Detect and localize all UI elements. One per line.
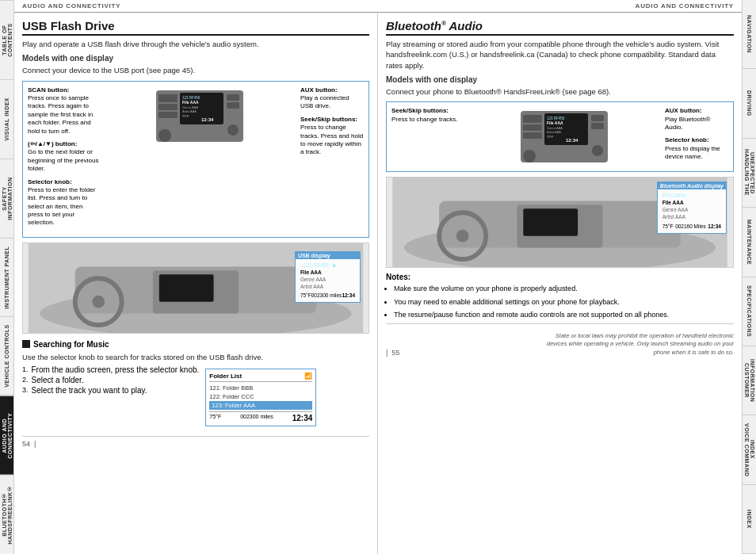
bt-seek-skip-label: Seek/Skip buttons: Press to change track… — [391, 107, 463, 124]
searching-body: Use the selector knob to search for trac… — [22, 352, 369, 362]
svg-text:12:34: 12:34 — [566, 138, 578, 143]
bt-diagram-labels-right: AUX button: Play Bluetooth® Audio. Selec… — [665, 107, 728, 166]
left-section-title: USB Flash Drive — [22, 19, 369, 36]
header-right-label: AUDIO AND CONNECTIVITY — [636, 2, 734, 10]
step-2: 2. Select a folder. — [22, 376, 199, 384]
right-footer: | 55 State or local laws may prohibit th… — [386, 323, 734, 357]
diagram-labels-left: SCAN button: Press once to sample tracks… — [28, 86, 99, 232]
bt-diagram-inner: Seek/Skip buttons: Press to change track… — [391, 107, 728, 166]
right-models-subtitle: Models with one display — [386, 75, 734, 84]
svg-text:File AAA: File AAA — [547, 120, 563, 125]
diagram-inner: SCAN button: Press once to sample tracks… — [28, 86, 364, 232]
svg-rect-34 — [591, 115, 604, 121]
usb-display-overlay: USB display □123 RF456 ▶ File AAA Genre … — [295, 251, 361, 303]
left-column: USB Flash Drive Play and operate a USB f… — [14, 13, 378, 554]
svg-rect-9 — [158, 104, 178, 110]
scan-button-label: SCAN button: Press once to sample tracks… — [28, 86, 99, 136]
folder-item-bbb: 121: Folder BBB — [209, 384, 312, 392]
svg-point-14 — [227, 124, 239, 136]
svg-point-21 — [92, 296, 105, 308]
bt-diagram-center: 123 RF456 File AAA Genre AAA Artist AAA … — [466, 107, 662, 166]
notes-header: Notes: — [386, 273, 734, 281]
svg-text:Artist AAA: Artist AAA — [182, 109, 197, 113]
searching-header: Searching for Music — [22, 340, 369, 349]
bt-aux-label: AUX button: Play Bluetooth® Audio. — [665, 107, 728, 132]
left-intro-text: Play and operate a USB flash drive throu… — [22, 39, 369, 49]
diagram-center-unit: 123 RF456 File AAA Genre AAA Artist AAA … — [102, 86, 297, 146]
section-bullet — [22, 340, 30, 348]
note-item-3: The resume/pause function and remote aud… — [394, 310, 734, 321]
sidebar-item-toc[interactable]: TABLE OF CONTENTS — [0, 0, 13, 79]
left-connect-text: Connect your device to the USB port (see… — [22, 65, 369, 75]
svg-point-43 — [456, 230, 469, 243]
aux-button-label: AUX button: Play a connected USB drive. — [300, 86, 364, 111]
right-tab-maintenance[interactable]: MAINTENANCE — [743, 208, 756, 277]
sidebar-item-instrument[interactable]: INSTRUMENT PANEL — [0, 238, 13, 317]
svg-rect-32 — [523, 132, 542, 139]
sidebar-item-visual-index[interactable]: VISUAL INDEX — [0, 79, 13, 159]
arrow-button-label: (⇦/▲/▼) button: Go to the next folder or… — [28, 140, 99, 174]
sidebar-item-vehicle[interactable]: VEHICLE CONTROLS — [0, 316, 13, 395]
header-left-label: AUDIO AND CONNECTIVITY — [22, 2, 120, 10]
svg-text:75°F: 75°F — [547, 135, 554, 139]
svg-rect-10 — [158, 112, 178, 118]
bt-display-title: Bluetooth Audio display — [658, 182, 726, 189]
svg-point-36 — [592, 145, 603, 156]
main-content: AUDIO AND CONNECTIVITY AUDIO AND CONNECT… — [14, 0, 742, 554]
bt-car-image-container: Bluetooth Audio display RF123456 File AA… — [386, 177, 734, 268]
notes-list: Make sure the volume on your phone is pr… — [394, 284, 734, 321]
right-tab-customer[interactable]: CUSTOMER INFORMATION — [743, 346, 756, 415]
right-tab-navigation[interactable]: NAVIGATION — [743, 0, 756, 69]
folder-footer: 75°F 002300 miles 12:34 — [209, 411, 312, 422]
left-sidebar: TABLE OF CONTENTS VISUAL INDEX SAFETY IN… — [0, 0, 14, 554]
usb-screen-content: □123 RF456 ▶ File AAA Genre AAA Artist A… — [300, 262, 355, 299]
sidebar-item-safety[interactable]: SAFETY INFORMATION — [0, 159, 13, 238]
right-tab-voice[interactable]: VOICE COMMAND INDEX — [743, 415, 756, 484]
right-sidebar: NAVIGATION DRIVING HANDLING THE UNEXPECT… — [742, 0, 756, 554]
usb-display-title: USB display — [296, 252, 360, 259]
footer-disclaimer: State or local laws may prohibit the ope… — [536, 332, 734, 357]
steps-list: 1. From the audio screen, press the sele… — [22, 365, 199, 396]
left-models-subtitle: Models with one display — [22, 54, 369, 63]
right-tab-handling[interactable]: HANDLING THE UNEXPECTED — [743, 139, 756, 208]
right-connect-text: Connect your phone to Bluetooth® HandsFr… — [386, 86, 734, 97]
selector-knob-label: Selector knob: Press to enter the folder… — [28, 178, 99, 227]
svg-rect-41 — [523, 208, 578, 235]
svg-rect-30 — [523, 115, 542, 123]
diagram-labels-right: AUX button: Play a connected USB drive. … — [300, 86, 364, 162]
svg-text:75°F: 75°F — [182, 114, 189, 118]
header-bar: AUDIO AND CONNECTIVITY AUDIO AND CONNECT… — [14, 0, 742, 13]
svg-text:Artist AAA: Artist AAA — [547, 130, 561, 134]
sidebar-item-bluetooth[interactable]: BLUETOOTH® HANDSFREELINK® — [0, 475, 13, 554]
svg-rect-19 — [159, 274, 214, 301]
bt-car-unit-svg: 123 RF456 File AAA Genre AAA Artist AAA … — [517, 107, 612, 166]
svg-rect-13 — [227, 102, 239, 109]
right-page-num: | 55 — [386, 349, 399, 357]
steps-container: 1. From the audio screen, press the sele… — [22, 365, 369, 430]
folder-list-box: Folder List 📶 121: Folder BBB 122: Folde… — [205, 369, 316, 426]
bt-display-overlay: Bluetooth Audio display RF123456 File AA… — [657, 181, 727, 233]
bt-selector-label: Selector knob: Press to display the devi… — [665, 136, 728, 161]
bt-diagram-box: Seek/Skip buttons: Press to change track… — [386, 101, 734, 172]
sidebar-item-audio[interactable]: AUDIO AND CONNECTIVITY — [0, 395, 13, 475]
svg-text:12:34: 12:34 — [201, 117, 214, 122]
svg-rect-12 — [227, 94, 239, 101]
right-tab-index[interactable]: INDEX — [743, 485, 756, 554]
svg-rect-8 — [158, 94, 178, 102]
note-item-1: Make sure the volume on your phone is pr… — [394, 284, 734, 295]
svg-rect-35 — [591, 123, 604, 129]
right-intro-text: Play streaming or stored audio from your… — [386, 39, 734, 71]
bt-screen-content: RF123456 File AAA Genre AAA Artist AAA 7… — [662, 192, 721, 229]
folder-list-header: Folder List 📶 — [209, 373, 312, 382]
searching-title: Searching for Music — [33, 340, 109, 349]
right-tab-specifications[interactable]: SPECIFICATIONS — [743, 277, 756, 346]
svg-point-33 — [523, 150, 536, 162]
car-unit-svg: 123 RF456 File AAA Genre AAA Artist AAA … — [152, 86, 247, 146]
right-tab-driving[interactable]: DRIVING — [743, 69, 756, 138]
columns-container: USB Flash Drive Play and operate a USB f… — [14, 13, 742, 554]
svg-text:File AAA: File AAA — [182, 100, 199, 105]
car-image-container: USB display □123 RF456 ▶ File AAA Genre … — [22, 243, 369, 334]
right-column: Bluetooth® Audio Play streaming or store… — [378, 13, 742, 554]
seek-skip-label: Seek/Skip buttons: Press to change track… — [300, 116, 364, 157]
usb-diagram-box: SCAN button: Press once to sample tracks… — [22, 81, 369, 238]
